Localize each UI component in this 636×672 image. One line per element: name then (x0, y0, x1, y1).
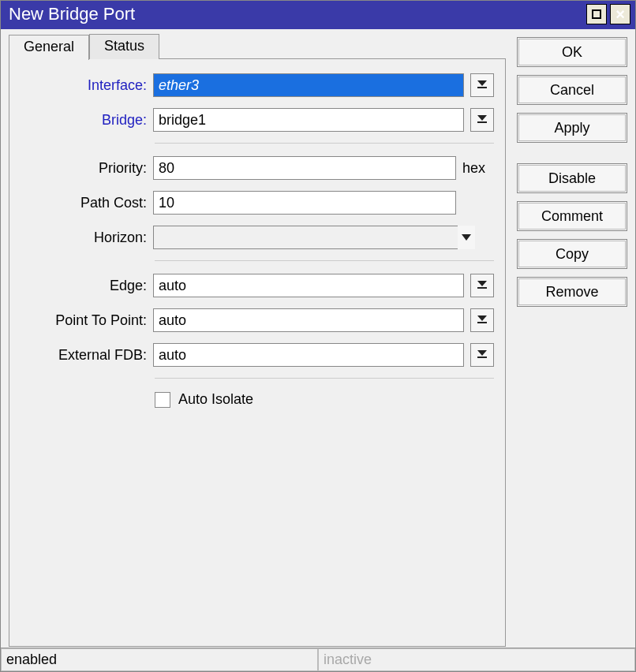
dropdown-icon (477, 350, 487, 360)
label-extfdb: External FDB: (21, 347, 153, 364)
status-inactive: inactive (318, 648, 635, 671)
label-pathcost: Path Cost: (21, 195, 153, 211)
button-column: OK Cancel Apply Disable Comment Copy Rem… (517, 34, 627, 648)
dropdown-icon (477, 315, 487, 325)
row-edge: Edge: auto (21, 274, 494, 297)
row-pathcost: Path Cost: 10 (21, 191, 494, 215)
window: New Bridge Port × General Status Interfa… (0, 0, 636, 672)
divider (155, 143, 494, 144)
autoisolate-label: Auto Isolate (178, 391, 253, 408)
label-ptp: Point To Point: (21, 312, 153, 329)
ptp-dropdown-button[interactable] (470, 308, 494, 332)
button-gap (517, 151, 627, 155)
client-area: General Status Interface: ether3 (1, 29, 635, 671)
remove-button[interactable]: Remove (517, 277, 627, 307)
main-split: General Status Interface: ether3 (1, 29, 635, 648)
maximize-button[interactable] (586, 4, 607, 24)
divider (155, 260, 494, 261)
interface-field[interactable]: ether3 (153, 73, 464, 97)
copy-button[interactable]: Copy (517, 239, 627, 269)
extfdb-field[interactable]: auto (153, 343, 464, 367)
row-bridge: Bridge: bridge1 (21, 108, 494, 132)
tabs: General Status (9, 34, 506, 59)
tab-panel-general: Interface: ether3 Bridge: (9, 58, 506, 647)
row-priority: Priority: 80 hex (21, 156, 494, 180)
priority-field[interactable]: 80 (153, 156, 456, 180)
left-pane: General Status Interface: ether3 (9, 34, 506, 648)
ok-button[interactable]: OK (517, 37, 627, 67)
close-button[interactable]: × (610, 4, 630, 24)
edge-value: auto (159, 278, 186, 294)
label-bridge: Bridge: (21, 112, 153, 129)
extfdb-dropdown-button[interactable] (470, 343, 494, 367)
maximize-icon (592, 9, 601, 19)
interface-dropdown-button[interactable] (470, 73, 494, 97)
extfdb-value: auto (159, 347, 186, 364)
status-enabled: enabled (1, 648, 318, 671)
apply-button[interactable]: Apply (517, 113, 627, 143)
titlebar: New Bridge Port × (1, 1, 635, 29)
cancel-button[interactable]: Cancel (517, 75, 627, 105)
bridge-value: bridge1 (159, 112, 206, 129)
dropdown-icon (477, 80, 487, 90)
dropdown-icon (462, 234, 471, 241)
row-horizon: Horizon: (21, 226, 494, 249)
priority-suffix: hex (462, 160, 494, 177)
row-extfdb: External FDB: auto (21, 343, 494, 367)
row-autoisolate: Auto Isolate (155, 391, 494, 408)
ptp-value: auto (159, 312, 186, 329)
row-ptp: Point To Point: auto (21, 308, 494, 332)
pathcost-value: 10 (159, 195, 174, 211)
edge-dropdown-button[interactable] (470, 274, 494, 297)
label-horizon: Horizon: (21, 230, 153, 246)
tab-general[interactable]: General (9, 35, 89, 60)
tab-status[interactable]: Status (89, 34, 159, 59)
edge-field[interactable]: auto (153, 274, 464, 297)
row-interface: Interface: ether3 (21, 73, 494, 97)
dropdown-icon (477, 281, 487, 290)
label-interface: Interface: (21, 77, 153, 94)
status-bar: enabled inactive (1, 648, 635, 671)
close-icon: × (615, 6, 625, 22)
label-priority: Priority: (21, 160, 153, 177)
window-title: New Bridge Port (9, 4, 583, 24)
horizon-dropdown-button[interactable] (458, 226, 475, 249)
interface-value: ether3 (159, 77, 199, 94)
autoisolate-checkbox[interactable] (155, 392, 170, 408)
ptp-field[interactable]: auto (153, 308, 464, 332)
dropdown-icon (477, 115, 487, 125)
comment-button[interactable]: Comment (517, 201, 627, 231)
divider (155, 378, 494, 379)
label-edge: Edge: (21, 278, 153, 294)
horizon-field[interactable] (153, 226, 470, 249)
disable-button[interactable]: Disable (517, 163, 627, 193)
bridge-dropdown-button[interactable] (470, 108, 494, 132)
pathcost-field[interactable]: 10 (153, 191, 456, 215)
bridge-field[interactable]: bridge1 (153, 108, 464, 132)
priority-value: 80 (159, 160, 174, 177)
